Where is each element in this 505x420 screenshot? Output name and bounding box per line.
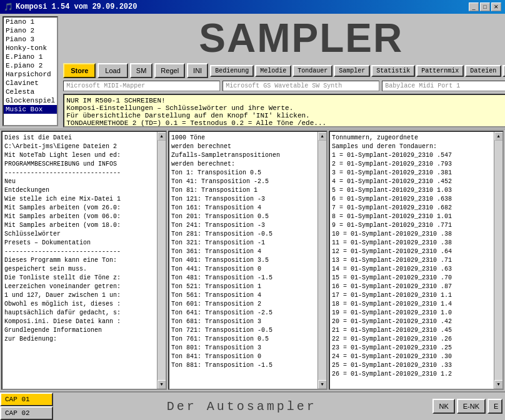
- middle-scroll-down[interactable]: ▼: [318, 380, 327, 389]
- list-item: 9 = 01-Symplant-201029_2310 .771: [332, 221, 492, 230]
- cap02-button[interactable]: CAP 02: [0, 406, 53, 420]
- info-text: NUR IM R500-1 SCHREIBEN!Komposi-Einstell…: [66, 97, 505, 127]
- instrument-panel: Piano 1Piano 2Piano 3Honky-tonkE.Piano 1…: [2, 16, 58, 126]
- close-button[interactable]: ✕: [491, 2, 501, 11]
- left-scrollbar[interactable]: ▲ ▼: [157, 132, 166, 389]
- list-item: Dieses Programm kann eine Ton:: [4, 256, 155, 265]
- list-item: Ton 441: Transposition 0: [171, 265, 316, 274]
- store-button[interactable]: Store: [63, 63, 96, 78]
- left-panel-content: Dies ist die DateiC:\Arbeit-jms\Eigene D…: [2, 132, 157, 389]
- middle-panel: 1000 Tönewerden berechnetZufalls-Samplet…: [168, 131, 328, 390]
- midi-mapper-input[interactable]: Microsoft MIDI-Mapper: [63, 81, 220, 91]
- left-scroll-down[interactable]: ▼: [158, 380, 166, 389]
- instrument-item[interactable]: Clavinet: [4, 79, 57, 88]
- regel-button[interactable]: Regel: [154, 63, 185, 78]
- main-content: Piano 1Piano 2Piano 3Honky-tonkE.Piano 1…: [0, 14, 505, 420]
- info-line: TONDAUERMETHODE 2 (TD=) 0.1 = Testnodus …: [66, 119, 505, 127]
- list-item: Ton 841: Transposition 0: [171, 352, 316, 361]
- list-item: Grundlegende Informationen: [4, 326, 155, 335]
- app-icon: 🎵: [4, 2, 13, 12]
- instrument-item[interactable]: Piano 3: [4, 35, 57, 44]
- left-scroll-up[interactable]: ▲: [158, 132, 166, 141]
- tab-presets[interactable]: Presets: [502, 65, 505, 77]
- middle-section: Dies ist die DateiC:\Arbeit-jms\Eigene D…: [0, 129, 505, 391]
- list-item: zur Bedienung:: [4, 335, 155, 344]
- list-item: 19 = 01-Symplant-201029_2310 1.0: [332, 309, 492, 318]
- cap-buttons: CAP 01 CAP 02: [0, 392, 53, 420]
- list-item: Leerzeichen voneinander getren:: [4, 282, 155, 291]
- autosampler-label: Der Autosampler: [167, 399, 317, 414]
- nk-button[interactable]: NK: [432, 399, 454, 414]
- instrument-item[interactable]: Harpsichord: [4, 70, 57, 79]
- midi-section: Microsoft MIDI-Mapper Microsoft GS Wavet…: [61, 79, 505, 92]
- ini-button[interactable]: INI: [187, 63, 208, 78]
- right-scroll-down[interactable]: ▼: [494, 380, 503, 389]
- tab-statistik[interactable]: Statistik: [371, 65, 415, 77]
- list-item: PROGRAMMBESCHREIBUNG und INFOS: [4, 160, 155, 169]
- middle-scroll-up[interactable]: ▲: [318, 132, 327, 141]
- list-item: 2 = 01-Symplant-201029_2310 .793: [332, 160, 492, 169]
- instrument-item[interactable]: Piano 2: [4, 26, 57, 35]
- list-item: Ton 1: Transposition 0.5: [171, 169, 316, 178]
- instrument-item[interactable]: Honky-tonk: [4, 44, 57, 52]
- maximize-button[interactable]: □: [480, 2, 490, 11]
- minimize-button[interactable]: _: [469, 2, 479, 11]
- info-line: Komposi-Einstellungen – Schlüsselwörter …: [66, 104, 505, 112]
- middle-scrollbar[interactable]: ▲ ▼: [318, 132, 326, 389]
- list-item: 10 = 01-Symplant-201029_2310 .38: [332, 230, 492, 239]
- list-item: 3 = 01-Symplant-201029_2310 .381: [332, 169, 492, 178]
- right-scroll-up[interactable]: ▲: [494, 132, 503, 141]
- list-item: gespeichert sein muss.: [4, 265, 155, 274]
- list-item: hauptsächlich dafür gedacht, s:: [4, 309, 155, 318]
- list-item: Ton 361: Transposition 4: [171, 248, 316, 256]
- list-item: Ton 481: Transposition -1.5: [171, 274, 316, 282]
- tab-dateien[interactable]: Dateien: [465, 65, 501, 77]
- tab-patternmix[interactable]: Patternmix: [416, 65, 464, 77]
- midi-babylon-input[interactable]: Babylace Midi Port 1: [382, 81, 505, 91]
- bottom-middle: Der Autosampler: [53, 392, 430, 420]
- bottom-bar: CAP 01 CAP 02 Der Autosampler NK E-NK E: [0, 391, 505, 420]
- info-line: Für übersichtliche Darstellung auf den K…: [66, 112, 505, 119]
- right-panel-mid: Tonnummern, zugeordneteSamples und deren…: [329, 131, 504, 390]
- load-button[interactable]: Load: [98, 63, 128, 78]
- instrument-item[interactable]: Glockenspiel: [4, 96, 57, 105]
- midi-sw-input[interactable]: Microsoft GS Wavetable SW Synth: [222, 81, 379, 91]
- instrument-item[interactable]: Music Box: [4, 105, 57, 114]
- list-item: Mit Samples arbeiten (vom 06.0:: [4, 212, 155, 221]
- list-item: 20 = 01-Symplant-201029_2310 .42: [332, 318, 492, 326]
- info-area: NUR IM R500-1 SCHREIBEN!Komposi-Einstell…: [63, 94, 505, 128]
- enk-button[interactable]: E-NK: [457, 399, 486, 414]
- instrument-item[interactable]: E.Piano 1: [4, 52, 57, 61]
- list-item: Ton 121: Transposition -3: [171, 195, 316, 204]
- list-item: Ton 201: Transposition 0.5: [171, 212, 316, 221]
- sm-button[interactable]: SM: [130, 63, 153, 78]
- e-button[interactable]: E: [488, 399, 502, 414]
- list-item: 5 = 01-Symplant-201029_2310 1.03: [332, 186, 492, 195]
- list-item: Ton 281: Transposition -0.5: [171, 230, 316, 239]
- middle-scroll-track: [318, 141, 326, 380]
- instrument-list[interactable]: Piano 1Piano 2Piano 3Honky-tonkE.Piano 1…: [4, 18, 57, 125]
- list-item: 21 = 01-Symplant-201029_2310 .45: [332, 326, 492, 335]
- instrument-item[interactable]: Piano 1: [4, 18, 57, 26]
- list-item: Ton 241: Transposition -3: [171, 221, 316, 230]
- list-item: 14 = 01-Symplant-201029_2310 .63: [332, 265, 492, 274]
- sampler-title-area: SAMPLER: [61, 15, 505, 61]
- cap01-button[interactable]: CAP 01: [0, 392, 53, 406]
- instrument-item[interactable]: E.piano 2: [4, 61, 57, 70]
- right-scrollbar[interactable]: ▲ ▼: [494, 132, 502, 389]
- list-item: 12 = 01-Symplant-201029_2310 .64: [332, 248, 492, 256]
- right-panel-content: Tonnummern, zugeordneteSamples und deren…: [330, 132, 494, 389]
- tab-bedienung[interactable]: Bedienung: [210, 65, 254, 77]
- tab-melodie[interactable]: Melodie: [255, 65, 291, 77]
- left-panel: Dies ist die DateiC:\Arbeit-jms\Eigene D…: [1, 131, 167, 390]
- list-item: Ton 881: Transposition -1.5: [171, 361, 316, 370]
- list-item: 16 = 01-Symplant-201029_2310 .87: [332, 282, 492, 291]
- tab-tondauer[interactable]: Tondauer: [292, 65, 332, 77]
- top-section: Piano 1Piano 2Piano 3Honky-tonkE.Piano 1…: [0, 14, 505, 129]
- instrument-item[interactable]: Celesta: [4, 88, 57, 96]
- list-item: 26 = 01-Symplant-201029_2310 1.2: [332, 370, 492, 379]
- list-item: 8 = 01-Symplant-201029_2310 1.01: [332, 212, 492, 221]
- tab-sampler[interactable]: Sampler: [334, 65, 370, 77]
- right-panel-header: Tonnummern, zugeordnete: [332, 134, 492, 142]
- info-line: NUR IM R500-1 SCHREIBEN!: [66, 97, 505, 104]
